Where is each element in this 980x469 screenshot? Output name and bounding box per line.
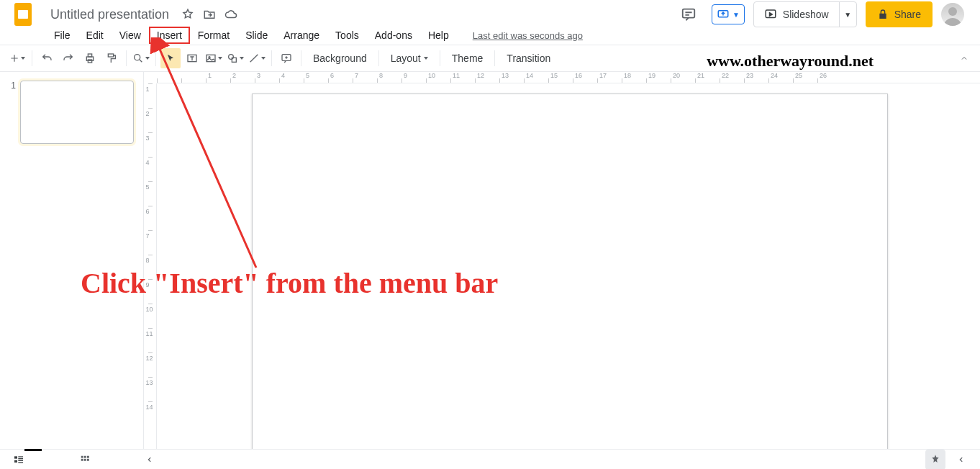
- undo-button[interactable]: [37, 48, 57, 68]
- menu-tools[interactable]: Tools: [327, 27, 367, 44]
- panel-collapse-left-icon[interactable]: [138, 451, 161, 468]
- svg-rect-18: [14, 460, 17, 462]
- transition-button[interactable]: Transition: [499, 48, 558, 68]
- shape-tool[interactable]: [225, 48, 245, 68]
- vertical-ruler: 1234567891011121314: [144, 83, 157, 449]
- panel-collapse-right-icon[interactable]: [950, 451, 973, 468]
- explore-button[interactable]: [925, 450, 945, 470]
- last-edit-link[interactable]: Last edit was seconds ago: [473, 30, 583, 41]
- select-tool[interactable]: [160, 48, 181, 68]
- svg-rect-21: [18, 460, 23, 460]
- svg-rect-24: [84, 455, 86, 457]
- svg-rect-12: [207, 55, 215, 61]
- paint-format-button[interactable]: [101, 48, 122, 68]
- slide-thumbnail-1[interactable]: [20, 81, 134, 144]
- slideshow-button[interactable]: Slideshow: [754, 2, 839, 27]
- svg-rect-23: [81, 455, 83, 457]
- horizontal-ruler: 1234567891011121314151617181920212223242…: [157, 72, 980, 83]
- svg-rect-17: [14, 456, 17, 458]
- image-tool[interactable]: [204, 48, 224, 68]
- grid-view-icon[interactable]: [73, 451, 96, 468]
- cloud-status-icon[interactable]: [224, 7, 238, 22]
- svg-point-14: [229, 55, 234, 60]
- svg-rect-27: [84, 458, 86, 460]
- svg-rect-19: [18, 456, 23, 457]
- slide-thumbnail-panel: 1: [0, 72, 144, 449]
- menu-addons[interactable]: Add-ons: [367, 27, 420, 44]
- svg-rect-2: [683, 9, 695, 18]
- comments-icon[interactable]: [674, 0, 703, 29]
- svg-rect-22: [18, 462, 23, 463]
- textbox-tool[interactable]: [182, 48, 202, 68]
- share-button[interactable]: Share: [866, 1, 933, 27]
- svg-rect-26: [81, 458, 83, 460]
- layout-button[interactable]: Layout: [384, 48, 435, 68]
- slide-stage[interactable]: [252, 94, 888, 450]
- thumb-number: 1: [6, 81, 16, 144]
- redo-button[interactable]: [58, 48, 78, 68]
- menu-help[interactable]: Help: [420, 27, 457, 44]
- svg-rect-20: [18, 458, 23, 459]
- menu-arrange[interactable]: Arrange: [276, 27, 327, 44]
- print-button[interactable]: [80, 48, 100, 68]
- slideshow-dropdown[interactable]: ▼: [839, 2, 856, 27]
- account-avatar[interactable]: [941, 3, 964, 26]
- theme-button[interactable]: Theme: [445, 48, 491, 68]
- filmstrip-view-icon[interactable]: [7, 451, 30, 468]
- slide-canvas-area[interactable]: 1234567891011121314151617181920212223242…: [144, 72, 980, 449]
- zoom-button[interactable]: [131, 48, 151, 68]
- document-title[interactable]: Untitled presentation: [46, 6, 173, 24]
- background-button[interactable]: Background: [306, 48, 374, 68]
- move-to-folder-icon[interactable]: [202, 7, 217, 22]
- svg-rect-1: [18, 10, 28, 19]
- menu-edit[interactable]: Edit: [78, 27, 112, 44]
- comment-button[interactable]: [276, 48, 296, 68]
- collapse-toolbar-icon[interactable]: [956, 50, 973, 67]
- menu-slide[interactable]: Slide: [237, 27, 276, 44]
- svg-rect-7: [88, 54, 91, 57]
- present-to-meeting-button[interactable]: ▼: [712, 4, 745, 24]
- menu-format[interactable]: Format: [190, 27, 237, 44]
- svg-point-10: [135, 55, 140, 60]
- svg-point-5: [948, 7, 957, 16]
- svg-rect-25: [87, 455, 89, 457]
- menu-view[interactable]: View: [112, 27, 149, 44]
- slides-app-icon[interactable]: [10, 1, 36, 27]
- new-slide-button[interactable]: [7, 48, 27, 68]
- line-tool[interactable]: [247, 48, 267, 68]
- svg-rect-9: [108, 54, 113, 57]
- slideshow-label: Slideshow: [783, 9, 829, 20]
- share-label: Share: [894, 9, 921, 20]
- menu-insert[interactable]: Insert: [149, 27, 190, 44]
- menu-file[interactable]: File: [46, 27, 78, 44]
- star-icon[interactable]: [181, 7, 195, 22]
- svg-rect-28: [87, 458, 89, 460]
